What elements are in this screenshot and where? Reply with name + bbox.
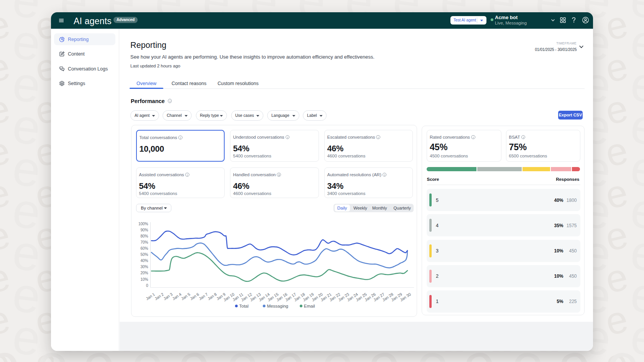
svg-text:20%: 20% bbox=[140, 271, 148, 275]
svg-text:0: 0 bbox=[146, 283, 148, 288]
svg-text:Jan 5: Jan 5 bbox=[180, 292, 191, 301]
svg-text:Email: Email bbox=[304, 304, 315, 308]
svg-text:Jan 6: Jan 6 bbox=[189, 292, 200, 301]
svg-text:30%: 30% bbox=[140, 265, 148, 269]
svg-text:Jan 7: Jan 7 bbox=[198, 292, 209, 301]
svg-text:50%: 50% bbox=[140, 252, 148, 257]
svg-text:Total: Total bbox=[239, 304, 248, 308]
svg-text:Jan 2: Jan 2 bbox=[154, 292, 164, 301]
svg-text:70%: 70% bbox=[140, 240, 148, 244]
svg-text:100%: 100% bbox=[138, 222, 148, 226]
svg-text:Messaging: Messaging bbox=[267, 304, 288, 308]
svg-text:Jan 1: Jan 1 bbox=[145, 292, 156, 301]
svg-text:90%: 90% bbox=[140, 228, 148, 232]
svg-text:10%: 10% bbox=[140, 277, 148, 282]
svg-text:40%: 40% bbox=[140, 259, 148, 263]
svg-text:Jan 4: Jan 4 bbox=[171, 292, 182, 301]
svg-text:80%: 80% bbox=[140, 234, 148, 238]
svg-text:Jan 3: Jan 3 bbox=[163, 292, 173, 301]
svg-text:Jan 8: Jan 8 bbox=[207, 292, 217, 301]
svg-text:60%: 60% bbox=[140, 246, 148, 251]
